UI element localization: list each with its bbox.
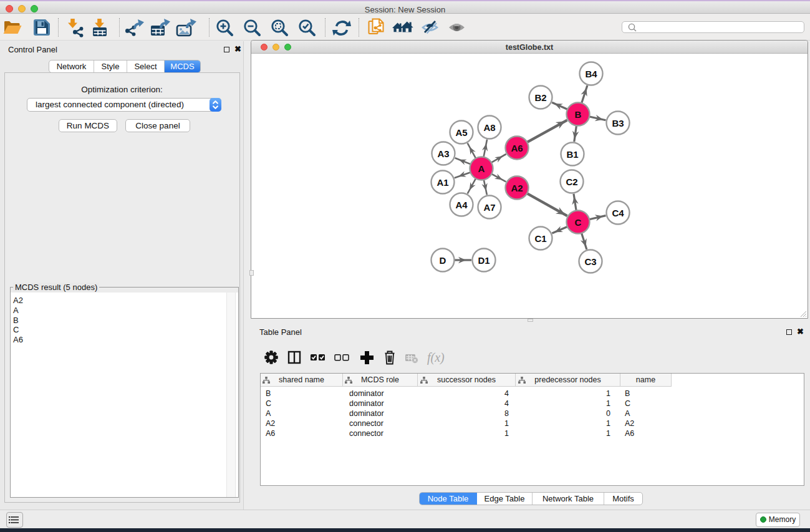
svg-text:A: A	[478, 163, 485, 174]
svg-text:A7: A7	[483, 202, 495, 213]
svg-text:B2: B2	[534, 92, 546, 103]
svg-text:C2: C2	[566, 177, 577, 187]
svg-text:B1: B1	[566, 149, 578, 160]
svg-text:A8: A8	[483, 122, 495, 133]
svg-text:A6: A6	[511, 143, 523, 153]
svg-text:A2: A2	[511, 183, 523, 193]
svg-text:A4: A4	[455, 200, 468, 210]
svg-text:C4: C4	[612, 208, 624, 218]
svg-text:C: C	[575, 217, 582, 228]
svg-text:B: B	[575, 109, 582, 120]
svg-text:D1: D1	[478, 255, 489, 266]
svg-text:B3: B3	[612, 118, 624, 128]
svg-text:C3: C3	[584, 256, 596, 267]
svg-text:A3: A3	[437, 148, 449, 159]
svg-text:f(x): f(x)	[427, 351, 445, 365]
svg-text:C1: C1	[534, 233, 546, 244]
svg-text:D: D	[440, 255, 446, 266]
svg-text:B4: B4	[585, 69, 597, 79]
svg-text:A1: A1	[436, 177, 448, 188]
svg-text:A5: A5	[455, 127, 467, 138]
